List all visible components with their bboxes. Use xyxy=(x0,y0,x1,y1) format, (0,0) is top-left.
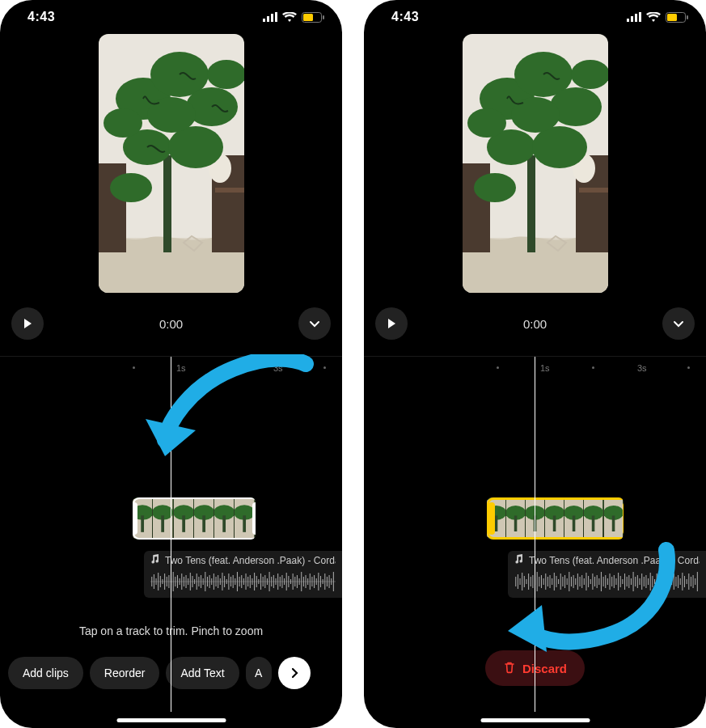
status-bar: 4:43 xyxy=(364,0,706,28)
video-track[interactable] xyxy=(487,497,706,540)
svg-rect-59 xyxy=(667,14,677,21)
trim-handle-right[interactable] xyxy=(252,502,256,535)
clip-next[interactable] xyxy=(628,497,706,540)
video-track[interactable] xyxy=(133,497,342,540)
add-clips-button[interactable]: Add clips xyxy=(8,657,83,689)
chevron-down-icon xyxy=(672,317,685,330)
svg-rect-88 xyxy=(553,515,556,531)
timecode-label: 0:00 xyxy=(159,317,183,331)
music-note-icon xyxy=(150,554,160,566)
svg-rect-6 xyxy=(323,15,324,19)
svg-rect-67 xyxy=(527,155,535,252)
play-icon xyxy=(386,318,397,329)
svg-rect-82 xyxy=(514,515,518,531)
svg-rect-2 xyxy=(271,14,273,22)
battery-icon xyxy=(302,12,324,23)
svg-point-21 xyxy=(147,97,196,133)
svg-rect-3 xyxy=(275,12,277,22)
svg-rect-57 xyxy=(639,12,641,22)
svg-rect-11 xyxy=(215,188,244,193)
svg-rect-5 xyxy=(303,14,313,21)
svg-rect-65 xyxy=(579,188,608,193)
svg-point-22 xyxy=(110,173,152,202)
svg-rect-34 xyxy=(202,515,205,532)
status-icons xyxy=(263,12,324,23)
svg-rect-94 xyxy=(592,515,595,531)
svg-rect-37 xyxy=(222,515,226,532)
more-tool-button-partial[interactable]: A xyxy=(246,657,272,689)
svg-point-74 xyxy=(571,60,608,89)
svg-rect-54 xyxy=(627,19,629,22)
audio-title-label: Two Tens (feat. Anderson .Paak) - Corda xyxy=(165,555,336,566)
svg-rect-28 xyxy=(162,515,165,532)
svg-point-76 xyxy=(474,173,516,202)
chevron-right-icon xyxy=(289,667,300,679)
video-preview[interactable] xyxy=(99,34,244,293)
svg-rect-13 xyxy=(163,155,171,252)
trim-handle-right[interactable] xyxy=(623,502,624,535)
phone-right: 4:43 xyxy=(364,0,706,728)
clip-next[interactable] xyxy=(260,497,342,540)
trim-handle-left[interactable] xyxy=(133,502,137,535)
annotation-arrow-right xyxy=(497,540,679,667)
annotation-arrow-left xyxy=(136,354,319,471)
status-time: 4:43 xyxy=(27,10,55,24)
svg-rect-91 xyxy=(573,515,576,531)
play-button[interactable] xyxy=(11,307,44,340)
svg-rect-0 xyxy=(263,19,265,22)
status-bar: 4:43 xyxy=(0,0,342,28)
svg-point-73 xyxy=(467,108,506,138)
svg-rect-97 xyxy=(611,515,615,531)
status-icons xyxy=(627,12,688,23)
svg-point-20 xyxy=(207,60,244,89)
reorder-button[interactable]: Reorder xyxy=(90,657,160,689)
toolbar-next-button[interactable] xyxy=(278,657,311,689)
timecode-label: 0:00 xyxy=(523,317,547,331)
collapse-button[interactable] xyxy=(662,307,695,340)
svg-point-19 xyxy=(104,108,142,138)
phone-left: 4:43 xyxy=(0,0,342,728)
add-text-button[interactable]: Add Text xyxy=(166,657,239,689)
svg-point-18 xyxy=(168,126,223,168)
wifi-icon xyxy=(646,12,661,23)
home-indicator[interactable] xyxy=(480,718,590,722)
play-icon xyxy=(22,318,33,329)
audio-waveform xyxy=(150,569,336,594)
clip-selected[interactable] xyxy=(487,497,624,540)
home-indicator[interactable] xyxy=(116,718,226,722)
svg-point-75 xyxy=(511,97,560,133)
chevron-down-icon xyxy=(308,317,321,330)
svg-rect-55 xyxy=(631,16,633,22)
wifi-icon xyxy=(282,12,297,23)
svg-rect-79 xyxy=(495,515,498,531)
svg-rect-1 xyxy=(267,16,269,22)
collapse-button[interactable] xyxy=(298,307,331,340)
status-time: 4:43 xyxy=(391,10,419,24)
trim-handle-left[interactable] xyxy=(488,502,495,535)
play-button[interactable] xyxy=(375,307,408,340)
clip-selected[interactable] xyxy=(133,497,256,540)
video-preview[interactable] xyxy=(463,34,608,293)
cellular-icon xyxy=(263,12,277,22)
svg-rect-60 xyxy=(687,15,688,19)
cellular-icon xyxy=(627,12,641,22)
svg-rect-31 xyxy=(182,515,185,532)
audio-track[interactable]: Two Tens (feat. Anderson .Paak) - Corda xyxy=(144,551,342,598)
svg-rect-56 xyxy=(635,14,637,22)
battery-icon xyxy=(666,12,688,23)
svg-rect-25 xyxy=(141,515,144,532)
svg-rect-40 xyxy=(243,515,247,532)
svg-point-72 xyxy=(532,126,587,168)
